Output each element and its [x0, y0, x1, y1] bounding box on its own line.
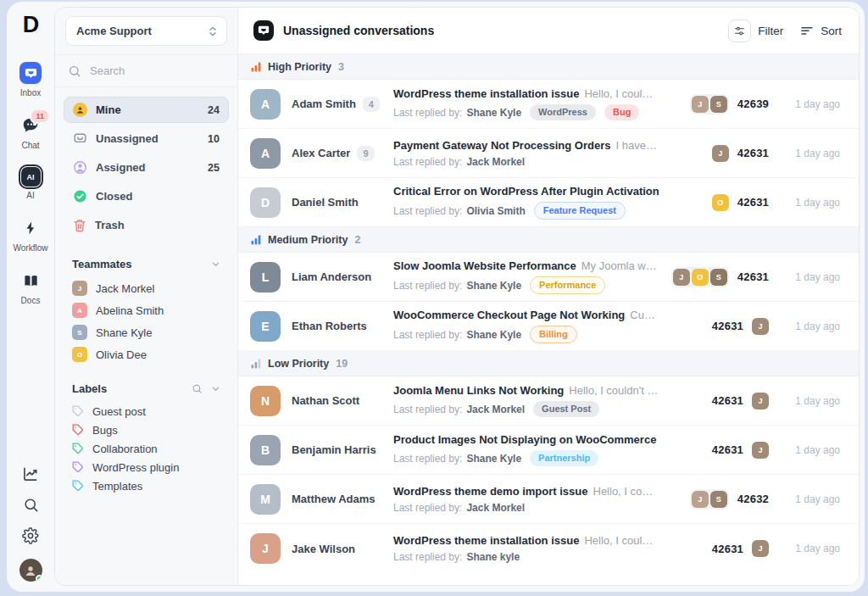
section-low-priority[interactable]: Low Priority 19 [238, 351, 859, 376]
label-wordpress-plugin[interactable]: WordPress plugin [55, 458, 237, 476]
rail-item-inbox[interactable]: Inbox [19, 62, 42, 97]
conversation-subject: Payment Gateway Not Processing Orders [393, 139, 610, 152]
teammates-header[interactable]: Teammates [55, 258, 237, 270]
conversation-preview: Hello, I couldn't import the... [584, 87, 659, 100]
section-medium-priority[interactable]: Medium Priority 2 [238, 227, 859, 253]
conversation-row[interactable]: J Jake Wilson WordPress theme installati… [238, 524, 859, 573]
conversation-subject: Critical Error on WordPress After Plugin… [393, 185, 659, 198]
ticket-number: 42631 [737, 196, 769, 209]
replied-prefix: Last replied by: [393, 329, 462, 341]
teammate-abelina-smith[interactable]: A Abelina Smith [55, 299, 237, 321]
nav-label: Unassigned [96, 132, 159, 145]
participant-avatar: J [752, 393, 769, 409]
labels-header[interactable]: Labels [55, 382, 237, 395]
timestamp: 1 day ago [769, 543, 840, 554]
conversation-row[interactable]: D Daniel Smith Critical Error on WordPre… [238, 178, 859, 227]
search-input[interactable] [90, 64, 209, 77]
customer-avatar: B [250, 435, 281, 465]
teammate-jack-morkel[interactable]: J Jack Morkel [55, 277, 237, 299]
replied-by-name: Olivia Smith [466, 205, 525, 217]
trash-icon [73, 219, 86, 232]
person-circle-icon [73, 160, 87, 175]
conversation-subject: WordPress theme demo import issue [393, 485, 588, 498]
conversation-subject: Joomla Menu Links Not Working [393, 384, 564, 397]
customer-name: Jake Wilson [292, 543, 355, 555]
tag-icon [72, 424, 84, 436]
label-bugs[interactable]: Bugs [55, 421, 237, 439]
rail-item-workflow[interactable]: Workflow [14, 217, 48, 253]
section-high-priority[interactable]: High Priority 3 [238, 54, 859, 80]
sidebar-search [55, 54, 237, 87]
message-count-badge: 4 [363, 97, 380, 112]
customer-name: Liam Anderson [292, 270, 371, 283]
workspace-name: Acme Support [76, 25, 152, 37]
label-collaboration[interactable]: Collaboration [55, 439, 237, 458]
conversation-row[interactable]: L Liam Anderson Slow Joomla Website Perf… [238, 253, 859, 302]
workspace-selector[interactable]: Acme Support [65, 16, 227, 46]
timestamp: 1 day ago [769, 271, 840, 283]
sidebar-item-closed[interactable]: Closed [64, 183, 229, 209]
participant-avatar: J [692, 96, 709, 113]
settings-gear-icon[interactable] [22, 527, 39, 544]
tag-icon [72, 461, 84, 473]
replied-by-name: Shane Kyle [466, 107, 521, 119]
message-count-badge: 9 [357, 146, 374, 161]
conversation-subject: WordPress theme installation issue [393, 87, 579, 100]
teammate-olivia-dee[interactable]: O Olivia Dee [55, 343, 237, 365]
ticket-number: 42631 [712, 320, 743, 332]
priority-bars-icon [251, 62, 261, 72]
sidebar-item-assigned[interactable]: Assigned 25 [64, 154, 229, 181]
inbox-outline-icon [73, 131, 87, 146]
conversation-row[interactable]: N Nathan Scott Joomla Menu Links Not Wor… [238, 376, 859, 426]
search-icon[interactable] [23, 497, 39, 513]
conversation-row[interactable]: E Ethan Roberts WooCommerce Checkout Pag… [238, 302, 859, 351]
replied-by-name: Jack Morkel [466, 502, 525, 514]
labels-title: Labels [72, 382, 107, 395]
label-templates[interactable]: Templates [55, 476, 237, 495]
rail-item-ai[interactable]: AI AI [21, 167, 41, 200]
timestamp: 1 day ago [769, 98, 840, 110]
analytics-icon[interactable] [22, 465, 39, 482]
inbox-icon [19, 62, 42, 84]
teammates-title: Teammates [72, 258, 132, 270]
conversations-icon [253, 20, 274, 41]
participant-avatar: O [692, 269, 709, 286]
conversation-tag: WordPress [530, 104, 596, 120]
replied-prefix: Last replied by: [393, 205, 462, 217]
sidebar-item-trash[interactable]: Trash [64, 212, 229, 238]
timestamp: 1 day ago [769, 493, 840, 505]
participant-avatar: J [752, 540, 769, 557]
participant-avatar: S [710, 269, 727, 286]
replied-prefix: Last replied by: [393, 404, 462, 415]
label-name: WordPress plugin [92, 461, 179, 474]
participant-avatar: S [710, 491, 727, 508]
label-guest-post[interactable]: Guest post [55, 402, 237, 421]
teammate-name: Shane Kyle [96, 326, 153, 339]
section-label: High Priority [268, 61, 331, 73]
sort-lines-icon [800, 25, 814, 36]
section-label: Low Priority [268, 358, 329, 370]
sidebar-item-unassigned[interactable]: Unassigned 10 [64, 125, 229, 152]
conversation-tag: Feature Request [534, 202, 626, 220]
filter-button[interactable]: Filter [728, 19, 783, 42]
sort-button[interactable]: Sort [800, 25, 842, 37]
conversation-row[interactable]: A Adam Smith 4 WordPress theme installat… [238, 80, 859, 129]
label-name: Templates [92, 480, 142, 493]
rail-item-chat[interactable]: 11 Chat [19, 114, 42, 150]
rail-item-docs[interactable]: Docs [19, 270, 42, 305]
conversation-tag: Bug [604, 104, 639, 120]
teammate-shane-kyle[interactable]: S Shane Kyle [55, 321, 237, 343]
nav-label: Closed [96, 190, 132, 203]
chat-unread-badge: 11 [30, 109, 50, 124]
sidebar-item-mine[interactable]: Mine 24 [64, 97, 229, 123]
customer-avatar: M [250, 484, 281, 515]
conversation-row[interactable]: M Matthew Adams WordPress theme demo imp… [238, 475, 859, 524]
customer-name: Alex Carter [292, 147, 350, 159]
user-avatar[interactable] [19, 559, 42, 582]
replied-prefix: Last replied by: [393, 551, 462, 563]
section-count: 19 [336, 358, 348, 370]
nav-label: Trash [95, 219, 125, 231]
nav-label: Mine [96, 103, 121, 116]
conversation-row[interactable]: B Benjamin Harris Product Images Not Dis… [238, 426, 859, 475]
conversation-row[interactable]: A Alex Carter 9 Payment Gateway Not Proc… [238, 129, 859, 178]
